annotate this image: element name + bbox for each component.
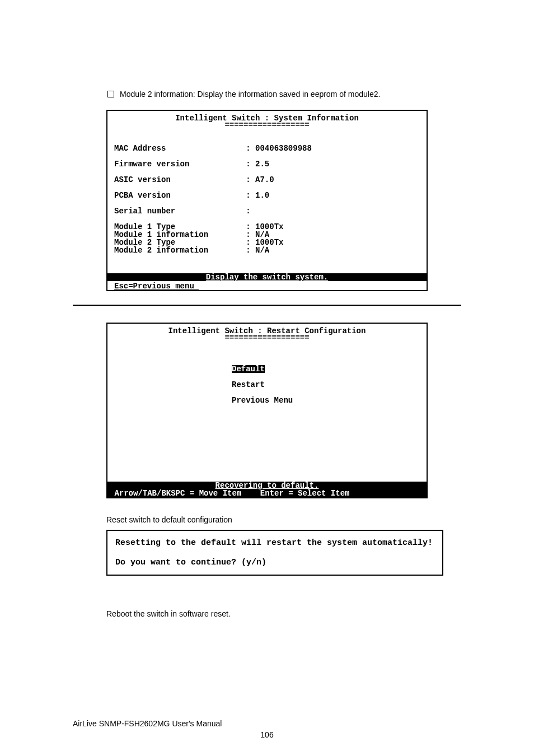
key-value-block: MAC Address : 004063809988Firmware versi…: [114, 144, 420, 254]
bullet-square-icon: [107, 91, 114, 97]
spacer: [114, 215, 420, 223]
kv-row: Module 2 information : N/A: [114, 246, 420, 254]
menu-item-default[interactable]: Default: [232, 365, 265, 373]
kv-row: Module 2 Type : 1000Tx: [114, 239, 420, 246]
kv-row: Module 1 information : N/A: [114, 231, 420, 239]
spacer: [114, 152, 420, 160]
page-number: 106: [0, 730, 534, 739]
terminal-bottom-bar: Arrow/TAB/BKSPC = Move Item Enter = Sele…: [107, 489, 427, 497]
terminal-status-bar: Recovering to default.: [107, 482, 427, 489]
spacer: [115, 547, 434, 558]
kv-row: Serial number :: [114, 207, 420, 215]
terminal-esc-hint: Esc=Previous menu_: [114, 282, 199, 290]
confirm-line-1: Resetting to the default will restart th…: [115, 539, 434, 547]
terminal-title-underline: ==================: [114, 334, 420, 342]
kv-row: ASIC version : A7.0: [114, 176, 420, 184]
terminal-inner: Intelligent Switch : System Information …: [107, 111, 427, 254]
confirm-box: Resetting to the default will restart th…: [106, 530, 443, 576]
spacer: [114, 184, 420, 192]
kv-row: Firmware version : 2.5: [114, 160, 420, 168]
reboot-label: Reboot the switch in software reset.: [106, 609, 461, 618]
menu-item-previous-menu[interactable]: Previous Menu: [232, 396, 293, 404]
menu-list: DefaultRestartPrevious Menu: [232, 365, 420, 412]
spacer: [114, 168, 420, 176]
terminal-restart-configuration: Intelligent Switch : Restart Configurati…: [106, 323, 428, 498]
kv-row: Module 1 Type : 1000Tx: [114, 223, 420, 231]
footer-left: AirLive SNMP-FSH2602MG User's Manual: [73, 719, 222, 728]
bullet-text: Module 2 information: Display the inform…: [120, 90, 380, 99]
spacer: [114, 199, 420, 207]
page: Module 2 information: Display the inform…: [0, 0, 534, 756]
kv-row: MAC Address : 004063809988: [114, 144, 420, 152]
terminal-system-information: Intelligent Switch : System Information …: [106, 110, 428, 291]
terminal-inner: Intelligent Switch : Restart Configurati…: [107, 324, 427, 412]
bullet-line: Module 2 information: Display the inform…: [107, 90, 461, 99]
menu-item-restart[interactable]: Restart: [232, 381, 265, 389]
section-divider: [73, 305, 461, 306]
confirm-line-2: Do you want to continue? (y/n): [115, 558, 434, 567]
kv-row: PCBA version : 1.0: [114, 192, 420, 199]
terminal-status-bar: Display the switch system.: [107, 273, 427, 281]
terminal-title-underline: ==================: [114, 121, 420, 129]
reset-label: Reset switch to default configuration: [106, 515, 461, 524]
